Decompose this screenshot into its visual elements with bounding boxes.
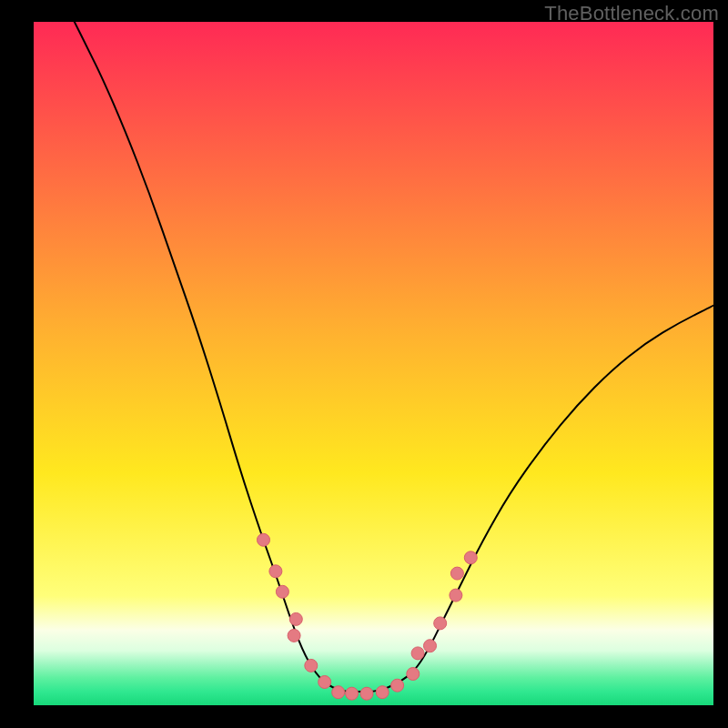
- example-dot: [464, 551, 477, 564]
- example-dot: [258, 533, 270, 546]
- example-dot: [346, 687, 359, 700]
- example-dot: [424, 640, 437, 652]
- example-dot: [332, 686, 345, 699]
- example-dot: [411, 647, 424, 660]
- example-dot: [391, 679, 404, 692]
- example-dot: [407, 668, 420, 681]
- example-dot: [305, 659, 318, 672]
- plot-background: [34, 22, 713, 705]
- example-dot: [289, 612, 302, 625]
- example-dot: [288, 629, 300, 642]
- watermark-text: TheBottleneck.com: [544, 2, 719, 25]
- example-dot: [450, 589, 462, 602]
- chart-stage: TheBottleneck.com: [0, 0, 728, 728]
- bottleneck-chart: [0, 0, 728, 728]
- example-dot: [360, 687, 373, 700]
- example-dot: [276, 585, 288, 598]
- example-dot: [269, 565, 282, 578]
- example-dot: [434, 617, 447, 630]
- example-dot: [450, 567, 463, 580]
- example-dot: [376, 686, 389, 699]
- example-dot: [318, 676, 331, 689]
